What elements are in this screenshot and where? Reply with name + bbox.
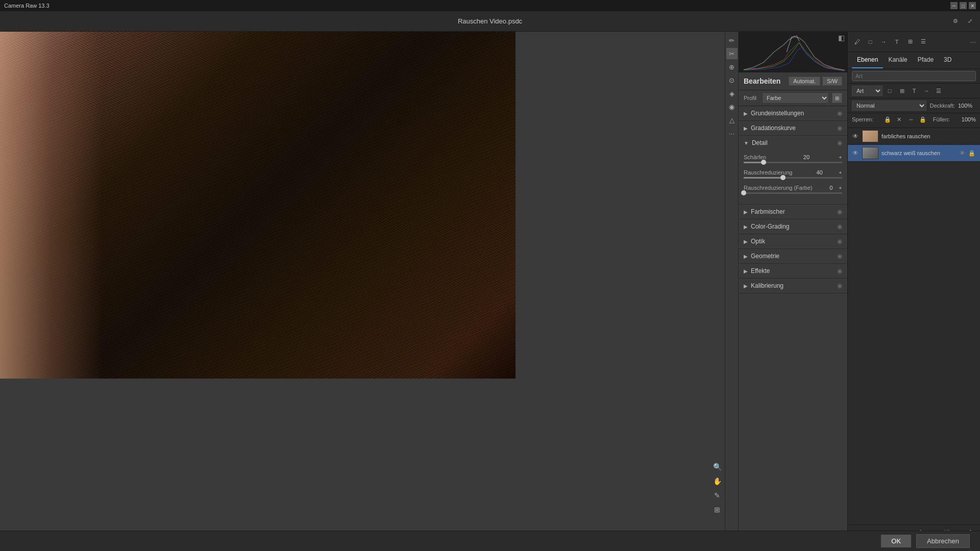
settings-icon[interactable]: ⚙ — [950, 16, 961, 27]
pan-tool[interactable]: ✋ — [712, 475, 723, 487]
eye-optik[interactable]: ◉ — [837, 238, 842, 245]
eye-gradationskurve[interactable]: ◉ — [837, 124, 842, 132]
art-select[interactable]: Art Name Farbe — [852, 86, 883, 96]
ps-tool-1[interactable]: 🖊 — [852, 37, 862, 47]
lock-icon-2[interactable]: ✕ — [894, 114, 904, 124]
ps-tool-menu[interactable]: ☰ — [918, 37, 928, 47]
raw-tool-mask[interactable]: ⊙ — [726, 74, 738, 86]
search-input[interactable] — [852, 71, 976, 81]
section-title-detail: Detail — [752, 139, 768, 146]
schaerfen-track[interactable] — [744, 162, 842, 163]
layer-2-eye[interactable]: 👁 — [958, 149, 966, 157]
layer-2-lock[interactable]: 🔒 — [968, 149, 976, 157]
tab-pfade[interactable]: Pfade — [913, 52, 939, 68]
section-title-gradationskurve: Gradationskurve — [751, 124, 796, 132]
lock-label: Sperren: — [852, 116, 877, 122]
lock-icon-4[interactable]: 🔒 — [918, 114, 928, 124]
layer-item-farbliches-rauschen[interactable]: 👁 farbliches rauschen — [848, 128, 980, 145]
close-button[interactable]: ✕ — [969, 2, 976, 9]
section-effekte[interactable]: ▶ Effekte ◉ — [739, 264, 847, 279]
detail-content: Schärfen 20 ◂ — [739, 150, 847, 204]
ps-layer-tool-2[interactable]: ⊞ — [897, 86, 907, 96]
profile-select[interactable]: Farbe S/W Adobe Farbe — [762, 92, 829, 104]
section-farbmischer[interactable]: ▶ Farbmischer ◉ — [739, 205, 847, 219]
eye-geometrie[interactable]: ◉ — [837, 253, 842, 260]
section-grundeinstellungen[interactable]: ▶ Grundeinstellungen ◉ — [739, 106, 847, 121]
eye-detail[interactable]: ◉ — [837, 139, 842, 146]
raw-tool-redeye[interactable]: ◈ — [726, 88, 738, 99]
section-color-grading[interactable]: ▶ Color-Grading ◉ — [739, 219, 847, 234]
lock-icon-3[interactable]: ↔ — [906, 114, 916, 124]
minimize-button[interactable]: ─ — [950, 2, 958, 9]
ps-layer-tool-4[interactable]: → — [921, 86, 932, 96]
profile-row: Profil Farbe S/W Adobe Farbe ⊞ — [739, 90, 847, 106]
zoom-in-tool[interactable]: 🔍 — [712, 461, 723, 472]
rauschreduzierung-label: Rauschreduzierung — [744, 169, 792, 176]
rauschreduzierung-thumb[interactable] — [780, 175, 786, 180]
section-gradationskurve[interactable]: ▶ Gradationskurve ◉ — [739, 121, 847, 136]
bottom-bar: OK Abbrechen — [0, 531, 980, 551]
automat-button[interactable]: Automat. — [789, 77, 820, 86]
section-optik[interactable]: ▶ Optik ◉ — [739, 234, 847, 249]
profile-grid-button[interactable]: ⊞ — [832, 93, 842, 103]
eye-farbmischer[interactable]: ◉ — [837, 208, 842, 215]
rauschreduzierung-track[interactable] — [744, 177, 842, 179]
section-grundeinstellungen-left: ▶ Grundeinstellungen — [744, 110, 804, 117]
raw-tool-more[interactable]: ··· — [726, 128, 738, 139]
schaerfen-thumb[interactable] — [761, 160, 766, 165]
rauschreduzierung-farbe-arrow[interactable]: ◂ — [838, 184, 842, 191]
grid-tool[interactable]: ⊞ — [712, 504, 723, 515]
pencil-tool[interactable]: ✎ — [712, 490, 723, 501]
ps-layer-tool-1[interactable]: □ — [885, 86, 895, 96]
maximize-button[interactable]: □ — [960, 2, 967, 9]
lock-icon-1[interactable]: 🔒 — [883, 114, 893, 124]
rauschreduzierung-farbe-track[interactable] — [744, 192, 842, 194]
layer-visibility-1[interactable]: 👁 — [852, 133, 859, 140]
canvas-and-raw: 🔍 ✋ ✎ ⊞ ✏ ✂ ⊕ ⊙ ◈ ◉ — [0, 32, 847, 536]
raw-tool-presets[interactable]: △ — [726, 114, 738, 126]
ps-layer-tool-3[interactable]: T — [909, 86, 919, 96]
detail-section: ▼ Detail ◉ Schärfen — [739, 136, 847, 205]
eye-grundeinstellungen[interactable]: ◉ — [837, 110, 842, 117]
raw-tool-crop[interactable]: ✂ — [726, 48, 738, 59]
cancel-button[interactable]: Abbrechen — [916, 534, 970, 548]
chevron-color-grading: ▶ — [744, 224, 748, 230]
section-geometrie[interactable]: ▶ Geometrie ◉ — [739, 249, 847, 264]
eye-kalibrierung[interactable]: ◉ — [837, 282, 842, 289]
ps-tool-grid[interactable]: ⊞ — [905, 37, 915, 47]
ps-tool-t[interactable]: T — [892, 37, 902, 47]
canvas-image — [0, 32, 516, 379]
histogram-toggle[interactable]: ◧ — [837, 34, 845, 42]
detail-header[interactable]: ▼ Detail ◉ — [739, 136, 847, 150]
ps-layer-tool-5[interactable]: ☰ — [934, 86, 944, 96]
rauschreduzierung-farbe-label: Rauschreduzierung (Farbe) — [744, 185, 813, 191]
ps-tool-3[interactable]: → — [878, 37, 889, 47]
sw-button[interactable]: S/W — [822, 77, 842, 86]
tab-kanaele[interactable]: Kanäle — [883, 52, 912, 68]
ps-tool-2[interactable]: □ — [865, 37, 875, 47]
ok-button[interactable]: OK — [881, 535, 911, 547]
opacity-label: Deckkraft: — [929, 103, 955, 109]
rauschreduzierung-farbe-thumb[interactable] — [741, 190, 746, 195]
tab-3d[interactable]: 3D — [939, 52, 957, 68]
eye-color-grading[interactable]: ◉ — [837, 223, 842, 230]
layer-item-schwarz-weiss-rauschen[interactable]: 👁 schwarz weiß rauschen 👁 🔒 — [848, 145, 980, 162]
rauschreduzierung-track-container — [744, 177, 842, 179]
blend-mode-select[interactable]: Normal Multiplizieren Abdunkeln Aufhelle… — [852, 101, 926, 111]
raw-tool-heal[interactable]: ⊕ — [726, 61, 738, 72]
fill-row: Sperren: 🔒 ✕ ↔ 🔒 Füllen: 100% — [848, 113, 980, 128]
raw-tool-edit[interactable]: ✏ — [726, 35, 738, 46]
zoom-tools-overlay: 🔍 ✋ ✎ ⊞ — [712, 461, 723, 515]
layer-visibility-2[interactable]: 👁 — [852, 149, 859, 157]
tab-ebenen[interactable]: Ebenen — [852, 52, 883, 68]
schaerfen-arrow[interactable]: ◂ — [838, 153, 842, 161]
raw-tools-vertical: ✏ ✂ ⊕ ⊙ ◈ ◉ △ ··· — [725, 32, 739, 536]
ps-top-more[interactable]: ··· — [970, 38, 976, 46]
raw-tool-snap[interactable]: ◉ — [726, 101, 738, 112]
fullscreen-icon[interactable]: ⤢ — [965, 16, 975, 27]
schaerfen-track-container — [744, 162, 842, 163]
rauschreduzierung-farbe-slider-row: Rauschreduzierung (Farbe) 0 ◂ — [744, 184, 842, 194]
section-kalibrierung[interactable]: ▶ Kalibrierung ◉ — [739, 279, 847, 293]
eye-effekte[interactable]: ◉ — [837, 267, 842, 274]
rauschreduzierung-arrow[interactable]: ◂ — [838, 168, 842, 176]
